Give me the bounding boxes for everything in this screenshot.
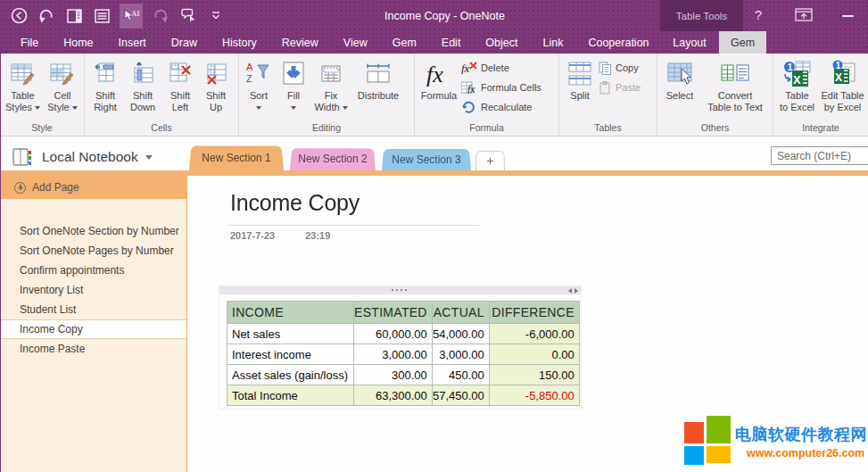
cell-estimated[interactable]: 60,000.00 [354, 324, 433, 344]
cell-difference[interactable]: 150.00 [489, 365, 579, 385]
section-tab-new-section-1[interactable]: New Section 1 [189, 145, 284, 170]
cell-estimated[interactable]: 63,300.00 [354, 385, 433, 406]
section-tab-new-section-2[interactable]: New Section 2 [290, 147, 376, 170]
cell-label[interactable]: Interest income [227, 344, 354, 365]
cell-actual[interactable]: 3,000.00 [432, 344, 489, 365]
table-to-excel-icon: X1 [783, 58, 812, 90]
table-total-row: Total Income 63,300.00 57,450.00 -5,850.… [227, 385, 580, 406]
search-placeholder: Search (Ctrl+E) [772, 150, 851, 162]
menu-file[interactable]: File [8, 31, 51, 54]
svg-text:fx: fx [426, 62, 443, 87]
table-resize-arrows[interactable] [568, 288, 578, 294]
menu-object[interactable]: Object [473, 31, 530, 54]
page-datetime: 2017-7-23 23:19 [230, 230, 330, 241]
cell-actual[interactable]: 450.00 [432, 365, 489, 385]
formula-cells-button[interactable]: fx Formula Cells [461, 79, 541, 95]
menu-insert[interactable]: Insert [106, 31, 159, 54]
page-item[interactable]: Sort OneNote Pages by Number [0, 241, 186, 261]
table-to-excel-button[interactable]: X1 Tableto Excel [775, 56, 819, 113]
page-item[interactable]: Inventory List [0, 280, 186, 300]
menu-history[interactable]: History [210, 31, 269, 54]
sort-button[interactable]: AZ Sort [241, 56, 277, 113]
cell-estimated[interactable]: 3,000.00 [354, 344, 433, 365]
add-page-plus-icon [14, 182, 26, 194]
group-label-others: Others [657, 121, 773, 136]
table-styles-button[interactable]: TableStyles [2, 56, 44, 113]
menu-layout[interactable]: Layout [660, 31, 719, 54]
notebook-caret-icon [145, 155, 153, 160]
menu-link[interactable]: Link [531, 31, 576, 54]
section-tab-new-section-3[interactable]: New Section 3 [382, 148, 471, 170]
page-sidebar: Add Page Sort OneNote Section by Number … [0, 176, 186, 472]
page-title-underline [228, 225, 479, 226]
menu-gem[interactable]: Gem [380, 31, 429, 54]
header-difference[interactable]: DIFFERENCE [489, 302, 579, 324]
navigation-row: Local Notebook New Section 1 New Section… [0, 143, 868, 170]
minimize-icon[interactable] [842, 15, 854, 17]
cell-difference[interactable]: -6,000.00 [489, 324, 579, 344]
page-item[interactable]: Sort OneNote Section by Number [0, 221, 186, 241]
ribbon-group-formula: fx Formula fx Delete fx Formula Cells [415, 54, 559, 136]
formula-delete-button[interactable]: fx Delete [461, 60, 541, 76]
cell-difference-negative[interactable]: -5,850.00 [489, 385, 579, 406]
notebook-header[interactable]: Local Notebook [0, 143, 186, 170]
table-drag-bar[interactable] [219, 286, 581, 294]
menu-draw[interactable]: Draw [159, 31, 210, 54]
menu-edit[interactable]: Edit [429, 31, 474, 54]
shift-down-button[interactable]: ShiftDown [124, 56, 161, 113]
menu-gem-active[interactable]: Gem [719, 31, 766, 54]
add-page-button[interactable]: Add Page [0, 176, 186, 199]
header-income[interactable]: INCOME [227, 302, 354, 324]
cell-actual[interactable]: 57,450.00 [432, 385, 489, 406]
menu-home[interactable]: Home [51, 31, 105, 54]
copy-button[interactable]: Copy [599, 60, 641, 76]
cell-label[interactable]: Net sales [227, 324, 354, 344]
cell-difference[interactable]: 0.00 [489, 344, 579, 365]
fix-width-button[interactable]: FixWidth [310, 56, 351, 113]
menu-cooperation[interactable]: Cooperation [575, 31, 661, 54]
cell-estimated[interactable]: 300.00 [354, 365, 433, 385]
shift-up-button[interactable]: ShiftUp [199, 56, 233, 113]
group-label-editing: Editing [239, 121, 414, 136]
shift-right-button[interactable]: ShiftRight [87, 56, 124, 113]
add-section-tab[interactable]: + [475, 150, 505, 170]
distribute-button[interactable]: Distribute [351, 56, 405, 102]
page-item-selected[interactable]: Income Copy [0, 319, 186, 339]
full-screen-icon[interactable] [795, 8, 813, 21]
notebook-name: Local Notebook [42, 149, 138, 165]
split-icon [566, 58, 593, 90]
fill-button[interactable]: Fill [277, 56, 310, 113]
recalculate-button[interactable]: Recalculate [461, 99, 541, 115]
ribbon-group-editing: AZ Sort Fill FixWidth [239, 54, 415, 136]
edit-table-by-excel-button[interactable]: X1 Edit Tableby Excel [819, 56, 866, 113]
cell-actual[interactable]: 54,000.00 [432, 324, 489, 344]
formula-button[interactable]: fx Formula [417, 56, 461, 102]
search-input[interactable]: Search (Ctrl+E) [771, 146, 868, 165]
header-actual[interactable]: ACTUAL [432, 302, 489, 324]
group-label-integrate: Integrate [773, 121, 868, 136]
page-title[interactable]: Income Copy [230, 190, 360, 216]
cell-style-button[interactable]: CellStyle [44, 56, 81, 113]
menu-view[interactable]: View [331, 31, 380, 54]
shift-left-button[interactable]: ShiftLeft [161, 56, 199, 113]
split-button[interactable]: Split [561, 56, 599, 102]
header-estimated[interactable]: ESTIMATED [354, 302, 433, 324]
distribute-icon [364, 58, 393, 90]
convert-table-to-text-button[interactable]: ConvertTable to Text [700, 56, 770, 113]
windows-logo-icon [684, 416, 732, 466]
page-item[interactable]: Student List [0, 300, 186, 319]
add-page-label: Add Page [32, 181, 79, 194]
group-label-style: Style [0, 121, 84, 136]
cell-label[interactable]: Total Income [227, 385, 354, 406]
table-header-row: INCOME ESTIMATED ACTUAL DIFFERENCE [227, 302, 580, 324]
paste-button[interactable]: Paste [599, 79, 641, 95]
help-icon[interactable]: ? [745, 7, 772, 22]
cell-label[interactable]: Asset sales (gain/loss) [227, 365, 354, 385]
main-area: Add Page Sort OneNote Section by Number … [0, 176, 868, 472]
menu-review[interactable]: Review [269, 31, 331, 54]
page-item[interactable]: Confirm appointments [0, 261, 186, 280]
select-button[interactable]: Select [659, 56, 700, 102]
table-row: Interest income 3,000.00 3,000.00 0.00 [227, 344, 580, 365]
onenote-window: AI Income Copy - OneNote ? Table Tools F… [0, 0, 868, 472]
page-item[interactable]: Income Paste [0, 339, 186, 359]
